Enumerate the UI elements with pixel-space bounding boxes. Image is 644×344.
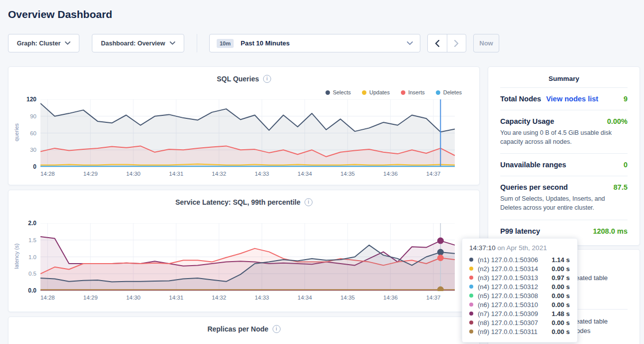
chart-title: Replicas per Node (207, 325, 268, 333)
summary-title: Summary (500, 75, 628, 87)
p99-value: 1208.0 ms (593, 227, 628, 235)
node-dot-icon (469, 258, 473, 262)
x-tick-label: 14:29 (83, 295, 98, 301)
x-tick-label: 14:33 (255, 295, 269, 301)
y-tick-label: 120 (26, 96, 36, 103)
x-tick-label: 14:28 (40, 295, 55, 301)
x-tick-label: 14:37 (426, 171, 441, 177)
x-tick-label: 14:35 (340, 171, 355, 177)
node-dot-icon (469, 285, 473, 289)
x-tick-label: 14:30 (126, 295, 141, 301)
node-dot-icon (469, 312, 473, 316)
step-forward-button[interactable] (447, 34, 466, 52)
x-tick-label: 14:37 (426, 295, 441, 301)
sql-queries-chart-card: SQL Queries i Selects Updates Inserts (8, 66, 480, 185)
chevron-down-icon (65, 41, 70, 45)
y-axis-ticks: 0.00.51.01.52.0 (8, 223, 36, 291)
summary-row-qps: Queries per second 87.5 Sum of Selects, … (500, 176, 628, 219)
x-tick-label: 14:36 (383, 295, 398, 301)
service-latency-chart-card: Service Latency: SQL, 99th percentile i … (8, 190, 480, 312)
node-dot-icon (469, 321, 473, 325)
tooltip-row-n7: (n7) 127.0.0.1:503091.48 s (469, 309, 570, 318)
x-tick-label: 14:35 (340, 295, 355, 301)
x-tick-label: 14:34 (298, 295, 312, 301)
y-tick-label: 60 (30, 130, 36, 136)
summary-row-unavailable: Unavailable ranges 0 (500, 153, 628, 176)
tooltip-row-n4: (n4) 127.0.0.1:503120.00 s (469, 282, 570, 291)
chevron-right-icon (454, 40, 459, 47)
node-dot-icon (469, 276, 473, 280)
y-tick-label: 1.0 (28, 254, 36, 260)
graph-dropdown-label: Graph: Cluster (17, 40, 61, 47)
x-tick-label: 14:29 (83, 171, 98, 177)
tooltip-row-n2: (n2) 127.0.0.1:503140.00 s (469, 264, 570, 273)
capacity-desc: You are using 0 B of 4.5 GiB usable disk… (500, 128, 628, 146)
x-tick-label: 14:31 (169, 171, 184, 177)
replicas-per-node-chart-card: Replicas per Node i (8, 317, 480, 344)
controls-divider (197, 34, 197, 52)
sql-queries-plot[interactable] (40, 99, 462, 167)
chart-hover-tooltip: 14:37:10 on Apr 5th, 2021 (n1) 127.0.0.1… (462, 238, 578, 343)
tooltip-row-n1: (n1) 127.0.0.1:503061.14 s (469, 255, 570, 264)
tooltip-row-n5: (n5) 127.0.0.1:503080.00 s (469, 291, 570, 300)
graph-dropdown[interactable]: Graph: Cluster (8, 34, 79, 52)
node-dot-icon (469, 294, 473, 298)
y-tick-label: 90 (30, 113, 36, 119)
time-range-badge: 10m (217, 39, 234, 48)
tooltip-row-n9: (n9) 127.0.0.1:503110.00 s (469, 327, 570, 336)
x-tick-label: 14:28 (40, 171, 55, 177)
total-nodes-value: 9 (624, 95, 628, 103)
time-step-buttons (427, 34, 466, 52)
dashboard-controls: Graph: Cluster Dashboard: Overview 10m P… (8, 34, 636, 52)
service-latency-plot[interactable] (40, 223, 462, 291)
x-tick-label: 14:32 (212, 295, 226, 301)
summary-row-total-nodes: Total Nodes View nodes list 9 (500, 87, 628, 110)
qps-value: 87.5 (614, 183, 628, 191)
time-range-label: Past 10 Minutes (241, 39, 290, 47)
tooltip-timestamp: 14:37:10 on Apr 5th, 2021 (469, 244, 570, 252)
info-icon[interactable]: i (273, 325, 281, 333)
page-title: Overview Dashboard (8, 7, 644, 22)
time-range-picker[interactable]: 10m Past 10 Minutes (209, 34, 420, 52)
node-dot-icon (469, 267, 473, 271)
dashboard-dropdown-label: Dashboard: Overview (101, 40, 165, 47)
tooltip-row-n6: (n6) 127.0.0.1:503100.00 s (469, 300, 570, 309)
unavailable-value: 0 (624, 161, 628, 169)
y-tick-label: 2.0 (28, 220, 36, 227)
x-tick-label: 14:31 (169, 295, 184, 301)
y-tick-label: 1.5 (28, 237, 36, 243)
chevron-left-icon (435, 40, 439, 47)
x-tick-label: 14:33 (255, 171, 269, 177)
view-nodes-list-link[interactable]: View nodes list (546, 95, 599, 103)
y-axis-ticks: 0306090120 (8, 99, 36, 167)
y-tick-label: 0.5 (28, 271, 36, 277)
step-back-button[interactable] (428, 34, 447, 52)
qps-desc: Sum of Selects, Updates, Inserts, and De… (500, 194, 628, 212)
x-tick-label: 14:34 (298, 171, 312, 177)
x-tick-label: 14:30 (126, 171, 141, 177)
y-tick-label: 0 (33, 163, 36, 170)
x-tick-label: 14:32 (212, 171, 226, 177)
summary-row-capacity: Capacity Usage 0.00% You are using 0 B o… (500, 110, 628, 153)
summary-panel: Summary Total Nodes View nodes list 9 Ca… (488, 66, 640, 246)
now-button[interactable]: Now (473, 34, 499, 52)
y-tick-label: 0.0 (28, 287, 36, 294)
y-tick-label: 30 (30, 147, 36, 153)
dashboard-dropdown[interactable]: Dashboard: Overview (92, 34, 184, 52)
node-dot-icon (469, 330, 473, 334)
capacity-value: 0.00% (607, 117, 628, 125)
node-dot-icon (469, 303, 473, 307)
chevron-down-icon (170, 41, 175, 45)
tooltip-row-n3: (n3) 127.0.0.1:503130.97 s (469, 273, 570, 282)
tooltip-row-n8: (n8) 127.0.0.1:503070.00 s (469, 318, 570, 327)
chevron-down-icon (407, 41, 413, 45)
x-tick-label: 14:36 (383, 171, 398, 177)
